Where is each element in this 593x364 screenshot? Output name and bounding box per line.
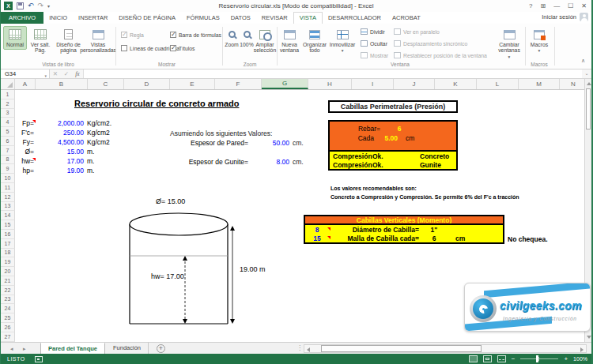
logo-tagline: Ingeniería y Construcción [503, 316, 577, 321]
sheet-nav-right-icon[interactable]: ▸ [23, 346, 26, 351]
vt-num: 15 [309, 235, 325, 242]
param-value: 250.00 [36, 129, 84, 137]
sheet-tab-fundacion[interactable]: Fundación [106, 343, 149, 355]
check-result: No chequea. [508, 235, 548, 243]
zoom-slider[interactable] [520, 358, 558, 359]
assumption-value: 8.00 [252, 158, 289, 166]
sheet-tab-bar: ◂ ▸ Pared del Tanque Fundación + ⋮ [1, 342, 591, 354]
cada-value: 5.00 [374, 134, 398, 142]
check-name: Compresión [333, 161, 372, 169]
rebar-box: Rebar= 6 Cada 5.00 cm [328, 120, 458, 152]
sheet-tab-pared-del-tanque[interactable]: Pared del Tanque [40, 343, 105, 355]
civilgeeks-icon [470, 295, 497, 322]
vt-value: 6 [424, 235, 444, 242]
horizontal-scrollbar-thumb[interactable] [321, 345, 482, 352]
horizontal-scrollbar[interactable] [304, 344, 587, 353]
zoom-level[interactable]: 100% [573, 356, 587, 362]
assumption-unit: cm. [293, 139, 304, 147]
param-value: 4,500.00 [36, 138, 84, 146]
comment-marker-icon [32, 158, 36, 161]
comment-marker-icon [32, 120, 36, 123]
normal-view-shortcut-icon[interactable] [469, 355, 478, 362]
param-row: hw= 17.00 m. [1, 157, 175, 167]
tank-drawing [111, 193, 285, 336]
cada-label: Cada [333, 134, 374, 142]
logo-brand: civilgeeks.com [500, 299, 582, 312]
vt-label: Diámetro de Cabilla= [337, 226, 419, 234]
comment-marker-icon [327, 236, 330, 239]
worksheet[interactable]: Reservorio circular de concreto armado F… [1, 0, 593, 364]
scroll-left-icon[interactable] [307, 347, 310, 352]
param-value: 2,000.00 [36, 119, 84, 127]
macro-record-icon[interactable] [35, 356, 43, 362]
param-label: hw= [1, 157, 34, 165]
zoom-slider-thumb[interactable] [536, 355, 538, 362]
tab-splitter-icon[interactable]: ⋮ [296, 344, 303, 351]
param-label: hp= [1, 167, 34, 174]
param-unit: m. [87, 157, 94, 165]
check-material: Concreto [420, 152, 449, 160]
check-status: Ok. [372, 161, 383, 169]
logo-band-top [484, 283, 591, 298]
vt-label: Malla de Cabilla cada= [337, 235, 419, 242]
rebar-value: 6 [391, 125, 407, 133]
rebar-label: Rebar= [333, 125, 380, 133]
check-material: Gunite [420, 161, 441, 169]
assumptions-heading: Asumiendo los siguientes Valores: [170, 129, 272, 137]
param-row: hp= 19.00 m. [1, 167, 175, 176]
page-break-shortcut-icon[interactable] [497, 355, 506, 362]
zoom-out-icon[interactable]: − [512, 356, 516, 362]
param-label: Fp= [1, 119, 34, 127]
excel-window: X ↶ ↷ ▾ Reservorio circular.xls [Modo de… [0, 0, 593, 364]
assumption-unit: cm. [293, 158, 304, 166]
sheet-title: Reservorio circular de concreto armado [74, 99, 239, 108]
civilgeeks-logo: civilgeeks.com Ingeniería y Construcción [464, 283, 591, 332]
perimetral-title: Cabillas Perimetrales (Presión) [328, 100, 458, 113]
param-value: 15.00 [36, 148, 84, 156]
param-unit: Kg/cm2 [87, 129, 110, 137]
param-value: 19.00 [36, 167, 84, 174]
note-line: Los valores recomendables son: [330, 186, 417, 191]
param-row: Fy= 4,500.00 Kg/cm2 [1, 138, 175, 148]
param-unit: Kg/cm2. [87, 119, 111, 127]
diameter-label: Ø= 15.00 [156, 197, 185, 205]
assumption-label: Espesor de Pared= [167, 139, 248, 147]
vt-unit: cm [455, 235, 465, 242]
page-layout-shortcut-icon[interactable] [483, 355, 492, 362]
assumption-label: Espesor de Gunite= [167, 158, 248, 166]
vt-value: 1" [424, 226, 444, 234]
param-label: F'c= [1, 129, 34, 137]
note-line: Concreto a Compresión y Compresión. Se p… [330, 194, 519, 200]
vertical-rebar-table: Cabillas Verticales (Momento) 8 Diámetro… [304, 215, 504, 246]
param-unit: Kg/cm2 [87, 138, 110, 146]
check-status: Ok. [372, 152, 383, 160]
assumption-value: 50.00 [252, 139, 289, 147]
param-row: F'c= 250.00 Kg/cm2 [1, 129, 175, 138]
zoom-in-icon[interactable]: + [564, 356, 568, 362]
param-row: Fp= 2,000.00 Kg/cm2. [1, 119, 175, 129]
param-unit: m. [87, 167, 94, 174]
sheet-nav-left-icon[interactable]: ◂ [10, 346, 13, 351]
param-row: Ø= 15.00 m. [1, 148, 175, 157]
check-name: Compresión [333, 152, 372, 160]
status-mode: LISTO [7, 356, 25, 362]
total-height-label: 19.00 m [240, 265, 266, 273]
new-sheet-icon[interactable]: + [157, 344, 165, 353]
param-label: Fy= [1, 138, 34, 146]
compression-checks-box: Compresión Ok. Concreto Compresión Ok. G… [328, 150, 458, 171]
water-height-label: hw= 17.00 [151, 272, 184, 280]
cada-unit: cm [406, 134, 414, 142]
param-unit: m. [87, 148, 94, 156]
status-bar: LISTO − + 100% [1, 354, 591, 364]
param-value: 17.00 [36, 157, 84, 165]
comment-marker-icon [327, 227, 330, 231]
vt-num: 8 [309, 226, 325, 234]
param-label: Ø= [1, 148, 34, 156]
vertical-rebar-body: 8 Diámetro de Cabilla= 1" 15 Malla de Ca… [304, 223, 504, 244]
scroll-right-icon[interactable] [580, 347, 584, 352]
